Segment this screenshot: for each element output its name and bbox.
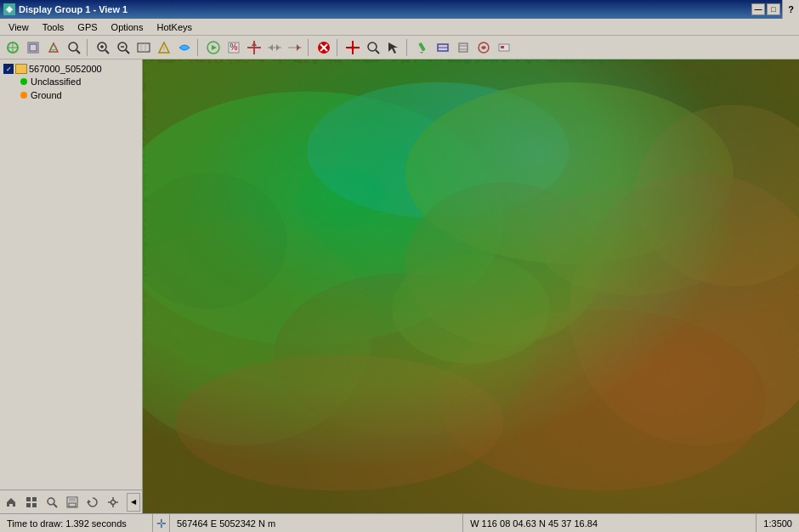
sidebar-btn-grid[interactable] — [22, 493, 41, 512]
toolbar-sep-3 — [308, 39, 311, 56]
minimize-button[interactable]: — — [751, 3, 765, 15]
toolbar-sep-2 — [197, 39, 201, 56]
toolbar-btn-16[interactable] — [474, 38, 493, 57]
toolbar-btn-15[interactable] — [454, 38, 473, 57]
svg-marker-61 — [87, 500, 91, 503]
svg-rect-59 — [69, 497, 76, 501]
toolbar-zoom-out[interactable] — [114, 38, 133, 57]
root-checkbox[interactable]: ✓ — [3, 64, 14, 74]
layer-ground[interactable]: Ground — [19, 88, 140, 102]
svg-marker-28 — [276, 44, 280, 51]
toolbar-btn-4[interactable] — [65, 38, 83, 57]
toolbar-sep-5 — [406, 39, 410, 56]
crosshair-icon: ✛ — [156, 517, 167, 530]
svg-line-13 — [126, 50, 129, 54]
layer-tree: ✓ 567000_5052000 Unclassified Ground — [0, 59, 142, 105]
toolbar-sep-1 — [87, 39, 90, 56]
toolbar: ! % ? — [0, 36, 799, 59]
svg-marker-26 — [252, 42, 257, 46]
svg-marker-21 — [212, 45, 217, 50]
sidebar-btn-save[interactable] — [63, 493, 82, 512]
sidebar-btn-search[interactable] — [42, 493, 61, 512]
menu-options[interactable]: Options — [105, 20, 150, 34]
sidebar-btn-home[interactable] — [2, 493, 20, 512]
svg-line-57 — [54, 504, 57, 507]
svg-line-39 — [376, 50, 379, 54]
titlebar: ◈ Display Group 1 - View 1 — □ ✕ — [0, 0, 799, 19]
menu-hotkeys[interactable]: HotKeys — [150, 20, 200, 34]
toolbar-btn-11[interactable] — [265, 38, 284, 57]
folder-icon — [15, 64, 27, 74]
root-label: 567000_5052000 — [29, 64, 102, 74]
svg-line-7 — [76, 50, 80, 54]
scale-text: 1:3500 — [763, 518, 792, 529]
toolbar-stop[interactable] — [314, 38, 333, 57]
svg-marker-51 — [7, 498, 15, 507]
svg-rect-41 — [418, 42, 425, 51]
menubar: View Tools GPS Options HotKeys — [0, 19, 799, 36]
svg-rect-84 — [143, 59, 799, 513]
svg-rect-54 — [26, 503, 31, 507]
toolbar-pen[interactable] — [413, 38, 432, 57]
toolbar-zoom-window[interactable] — [364, 38, 382, 57]
svg-text:!: ! — [163, 46, 165, 52]
svg-rect-50 — [501, 46, 504, 48]
window-title: Display Group 1 - View 1 — [19, 4, 128, 14]
toolbar-btn-6[interactable]: ! — [155, 38, 173, 57]
svg-marker-29 — [269, 44, 273, 51]
toolbar-btn-1[interactable] — [3, 38, 22, 57]
svg-point-6 — [69, 42, 77, 51]
svg-marker-40 — [388, 42, 398, 54]
titlebar-left: ◈ Display Group 1 - View 1 — [3, 3, 128, 15]
svg-rect-45 — [459, 43, 468, 52]
toolbar-btn-17[interactable] — [495, 38, 513, 57]
toolbar-btn-2[interactable] — [24, 38, 42, 57]
status-coords-section: 567464 E 5052342 N m — [170, 514, 463, 532]
toolbar-btn-12[interactable] — [286, 38, 304, 57]
toolbar-btn-7[interactable] — [175, 38, 194, 57]
toolbar-zoom-in[interactable] — [94, 38, 112, 57]
ground-label: Ground — [31, 90, 62, 100]
maximize-button[interactable]: □ — [767, 3, 780, 15]
toolbar-btn-9[interactable]: % — [224, 38, 243, 57]
menu-view[interactable]: View — [2, 20, 36, 34]
map-canvas — [143, 59, 799, 513]
toolbar-btn-5[interactable] — [134, 38, 153, 57]
toolbar-btn-10[interactable] — [245, 38, 264, 57]
svg-point-37 — [351, 46, 354, 49]
unclassified-label: Unclassified — [31, 76, 81, 87]
help-button[interactable]: ? — [782, 0, 799, 19]
time-to-draw-text: Time to draw: 1.392 seconds — [7, 518, 127, 529]
svg-rect-4 — [30, 44, 37, 51]
svg-rect-15 — [138, 43, 150, 52]
main-area: ✓ 567000_5052000 Unclassified Ground — [0, 59, 799, 513]
toolbar-btn-13[interactable] — [343, 38, 362, 57]
menu-gps[interactable]: GPS — [71, 20, 104, 34]
status-lonlat-section: W 116 08 04.63 N 45 37 16.84 — [463, 514, 756, 532]
toolbar-btn-3[interactable] — [44, 38, 63, 57]
svg-marker-42 — [420, 52, 423, 54]
svg-point-62 — [111, 500, 116, 504]
svg-marker-31 — [297, 44, 300, 51]
toolbar-btn-14[interactable] — [434, 38, 452, 57]
svg-text:%: % — [230, 42, 238, 52]
svg-rect-53 — [32, 497, 37, 501]
toolbar-sep-4 — [337, 39, 340, 56]
sidebar-collapse-btn[interactable]: ◀ — [127, 493, 140, 512]
toolbar-btn-8[interactable] — [204, 38, 223, 57]
menu-tools[interactable]: Tools — [36, 20, 71, 34]
svg-line-9 — [105, 50, 109, 54]
layer-unclassified[interactable]: Unclassified — [19, 75, 140, 88]
coordinates-text: 567464 E 5052342 N m — [177, 518, 275, 529]
status-time-section: Time to draw: 1.392 seconds — [0, 514, 153, 532]
status-crosshair-section: ✛ — [153, 514, 170, 532]
sidebar-btn-refresh[interactable] — [83, 493, 102, 512]
map-view[interactable] — [143, 59, 799, 513]
sidebar-btn-settings[interactable] — [104, 493, 122, 512]
svg-rect-60 — [69, 503, 76, 507]
svg-point-56 — [48, 498, 54, 505]
toolbar-pointer[interactable] — [384, 38, 403, 57]
app-icon: ◈ — [3, 3, 15, 15]
ground-dot — [20, 92, 27, 99]
tree-root-item[interactable]: ✓ 567000_5052000 — [2, 63, 140, 75]
